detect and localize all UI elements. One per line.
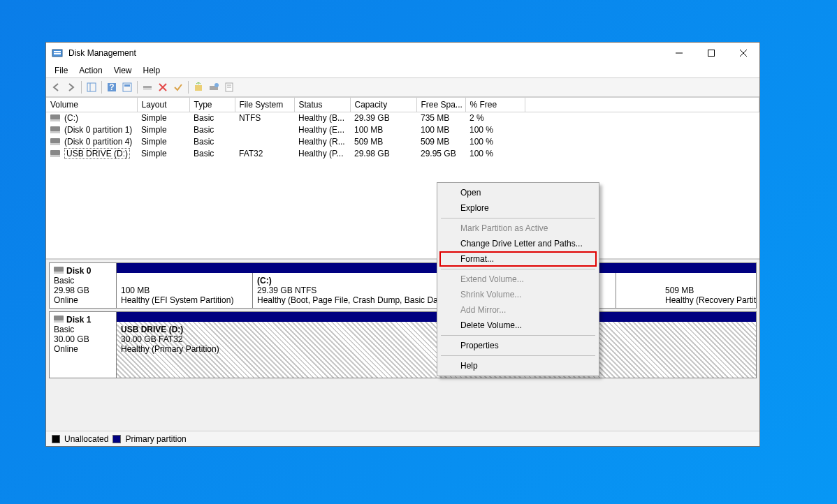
disk-graphical-view[interactable]: Disk 0 Basic 29.98 GB Online 100 MB Heal… <box>46 260 759 431</box>
legend: Unallocated Primary partition <box>46 431 759 446</box>
action2-button[interactable] <box>207 80 221 94</box>
svg-rect-11 <box>123 83 131 91</box>
help-button[interactable]: ? <box>105 80 119 94</box>
app-icon <box>52 47 63 59</box>
close-button[interactable] <box>727 43 759 64</box>
ctx-change-letter[interactable]: Change Drive Letter and Paths... <box>439 236 597 251</box>
legend-swatch-unallocated <box>52 435 60 443</box>
menu-help[interactable]: Help <box>138 64 166 77</box>
refresh-button[interactable] <box>140 80 154 94</box>
ctx-shrink: Shrink Volume... <box>439 287 597 302</box>
titlebar[interactable]: Disk Management <box>46 43 759 64</box>
ctx-separator <box>441 218 595 218</box>
menubar: File Action View Help <box>46 64 759 77</box>
col-type[interactable]: Type <box>189 98 235 112</box>
toolbar: ? <box>46 77 759 97</box>
legend-swatch-primary <box>112 435 121 443</box>
disk-row-0[interactable]: Disk 0 Basic 29.98 GB Online 100 MB Heal… <box>49 262 757 309</box>
col-fs[interactable]: File System <box>235 98 294 112</box>
disk-row-1[interactable]: Disk 1 Basic 30.00 GB Online USB DRIVE (… <box>49 311 757 378</box>
col-volume[interactable]: Volume <box>46 98 137 112</box>
content-area: Volume Layout Type File System Status Ca… <box>46 97 759 446</box>
partition[interactable]: 509 MB Healthy (Recovery Partition) <box>616 273 756 308</box>
menu-file[interactable]: File <box>49 64 73 77</box>
properties-button[interactable] <box>222 80 236 94</box>
svg-rect-1 <box>54 51 61 52</box>
volume-row[interactable]: (C:)SimpleBasicNTFSHealthy (B...29.39 GB… <box>46 112 759 124</box>
volume-row[interactable]: (Disk 0 partition 1)SimpleBasicHealthy (… <box>46 124 759 135</box>
disk-management-window: Disk Management File Action View Help ? <box>45 42 760 447</box>
ctx-properties[interactable]: Properties <box>439 338 597 353</box>
column-headers[interactable]: Volume Layout Type File System Status Ca… <box>46 98 759 112</box>
ctx-open[interactable]: Open <box>439 185 597 200</box>
delete-button[interactable] <box>156 80 170 94</box>
volume-row[interactable]: (Disk 0 partition 4)SimpleBasicHealthy (… <box>46 135 759 147</box>
legend-label: Unallocated <box>64 434 108 444</box>
svg-point-19 <box>214 83 219 87</box>
check-button[interactable] <box>171 80 185 94</box>
partition[interactable]: 100 MB Healthy (EFI System Partition) <box>117 273 253 308</box>
svg-rect-17 <box>195 85 202 91</box>
col-free[interactable]: Free Spa... <box>416 98 465 112</box>
ctx-mark-active: Mark Partition as Active <box>439 221 597 236</box>
volume-list[interactable]: Volume Layout Type File System Status Ca… <box>46 98 759 260</box>
minimize-button[interactable] <box>663 43 695 64</box>
svg-rect-7 <box>87 83 96 91</box>
svg-text:?: ? <box>109 82 114 92</box>
context-menu: Open Explore Mark Partition as Active Ch… <box>437 182 599 376</box>
ctx-explore[interactable]: Explore <box>439 200 597 216</box>
disk-header[interactable]: Disk 1 Basic 30.00 GB Online <box>50 312 117 378</box>
svg-rect-14 <box>143 88 152 90</box>
col-layout[interactable]: Layout <box>137 98 189 112</box>
settings-button[interactable] <box>120 80 134 94</box>
forward-button[interactable] <box>64 80 78 94</box>
disk-header[interactable]: Disk 0 Basic 29.98 GB Online <box>50 263 117 308</box>
maximize-button[interactable] <box>695 43 727 64</box>
svg-rect-4 <box>708 50 715 57</box>
menu-action[interactable]: Action <box>73 64 108 77</box>
ctx-format[interactable]: Format... <box>439 251 597 267</box>
window-title: Disk Management <box>68 48 663 58</box>
ctx-separator <box>441 269 595 269</box>
show-hide-tree-button[interactable] <box>85 80 99 94</box>
action1-button[interactable] <box>191 80 205 94</box>
ctx-help[interactable]: Help <box>439 358 597 373</box>
ctx-separator <box>441 335 595 336</box>
col-status[interactable]: Status <box>294 98 350 112</box>
col-capacity[interactable]: Capacity <box>350 98 416 112</box>
svg-rect-2 <box>54 53 61 54</box>
svg-rect-12 <box>124 84 130 87</box>
ctx-extend: Extend Volume... <box>439 272 597 287</box>
ctx-separator <box>441 355 595 356</box>
back-button[interactable] <box>49 80 63 94</box>
menu-view[interactable]: View <box>108 64 138 77</box>
col-pct[interactable]: % Free <box>465 98 525 112</box>
volume-row-selected[interactable]: USB DRIVE (D:)SimpleBasicFAT32Healthy (P… <box>46 147 759 159</box>
legend-label: Primary partition <box>125 434 186 444</box>
ctx-delete[interactable]: Delete Volume... <box>439 318 597 333</box>
ctx-mirror: Add Mirror... <box>439 302 597 318</box>
